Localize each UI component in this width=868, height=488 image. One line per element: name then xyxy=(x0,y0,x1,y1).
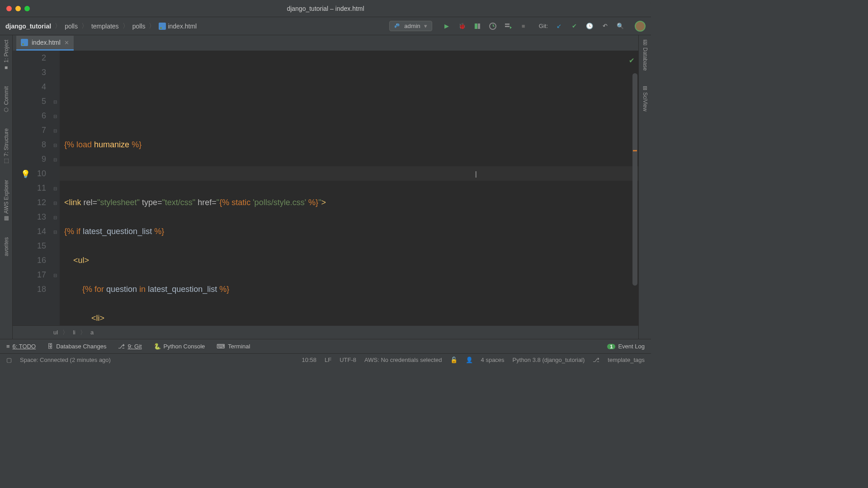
tool-event-log[interactable]: 1Event Log xyxy=(607,343,645,350)
element-breadcrumbs[interactable]: ul〉 li〉 a xyxy=(13,325,638,339)
branch-icon: ⎇ xyxy=(593,357,599,363)
search-icon[interactable]: 🔍 xyxy=(616,22,625,31)
debug-icon[interactable]: 🐞 xyxy=(458,22,467,31)
tool-terminal[interactable]: ⌨Terminal xyxy=(217,343,250,350)
svg-rect-4 xyxy=(505,23,509,25)
status-indent[interactable]: 4 spaces xyxy=(481,357,505,363)
tool-todo[interactable]: ≡6: TODO xyxy=(6,343,36,350)
profile-icon[interactable] xyxy=(488,22,497,31)
close-window-icon[interactable] xyxy=(6,6,12,11)
html-file-icon xyxy=(159,23,166,30)
chevron-down-icon: ▾ xyxy=(424,23,427,29)
status-python[interactable]: Python 3.8 (django_tutorial) xyxy=(513,357,585,363)
sidebar-tab-structure[interactable]: ⬚7: Structure xyxy=(2,127,10,166)
tool-db-changes[interactable]: 🗄Database Changes xyxy=(47,343,106,350)
svg-rect-6 xyxy=(21,39,28,46)
sidebar-tab-project[interactable]: ■1: Project xyxy=(2,38,10,73)
run-icon[interactable]: ▶ xyxy=(442,22,451,31)
breadcrumb-item[interactable]: polls xyxy=(65,23,78,30)
git-commit-icon[interactable]: ✔ xyxy=(570,22,579,31)
left-tool-gutter: ■1: Project ⬡Commit ⬚7: Structure ▦AWS E… xyxy=(0,35,13,339)
status-line-sep[interactable]: LF xyxy=(325,357,331,363)
code-editor[interactable]: 23456789101112131415161718 💡 ⊟ ⊟ ⊟ ⊟ ⊟ ⊟… xyxy=(13,51,638,325)
code-content[interactable]: ✔ I {% load humanize %} <link rel="style… xyxy=(60,51,638,325)
tab-label: index.html xyxy=(32,39,61,46)
window-title: django_tutorial – index.html xyxy=(287,5,364,12)
bottom-tool-bar: ≡6: TODO 🗄Database Changes ⎇9: Git 🐍Pyth… xyxy=(0,339,651,353)
breadcrumb-item[interactable]: index.html xyxy=(168,23,197,30)
editor-tabs: index.html ✕ xyxy=(13,35,638,51)
run-config-selector[interactable]: admin ▾ xyxy=(389,21,432,31)
status-bar: ▢ Space: Connected (2 minutes ago) 10:58… xyxy=(0,353,651,366)
sidebar-tab-commit[interactable]: ⬡Commit xyxy=(2,84,10,115)
breadcrumb-item[interactable]: polls xyxy=(132,23,146,30)
svg-rect-7 xyxy=(22,43,24,45)
sidebar-tab-database[interactable]: 🗄Database xyxy=(641,38,649,72)
maximize-window-icon[interactable] xyxy=(24,6,30,11)
svg-rect-5 xyxy=(505,26,509,27)
breadcrumb-item[interactable]: templates xyxy=(91,23,119,30)
avatar[interactable] xyxy=(635,21,646,32)
git-update-icon[interactable]: ↙ xyxy=(554,22,563,31)
status-encoding[interactable]: UTF-8 xyxy=(340,357,356,363)
sidebar-tab-sciview[interactable]: ⊞SciView xyxy=(641,84,649,113)
breadcrumb-item[interactable]: django_tutorial xyxy=(5,23,51,30)
status-aws[interactable]: AWS: No credentials selected xyxy=(364,357,442,363)
breadcrumbs: django_tutorial〉 polls〉 templates〉 polls… xyxy=(5,22,197,30)
svg-rect-0 xyxy=(159,23,166,30)
undo-icon[interactable]: ↶ xyxy=(600,22,609,31)
inspector-icon[interactable]: 👤 xyxy=(466,357,473,363)
window-controls[interactable] xyxy=(6,6,30,11)
inspection-ok-icon[interactable]: ✔ xyxy=(629,53,635,68)
status-tool-windows-icon[interactable]: ▢ xyxy=(6,357,12,363)
lock-icon[interactable]: 🔓 xyxy=(450,357,458,363)
navbar: django_tutorial〉 polls〉 templates〉 polls… xyxy=(0,17,651,35)
run-tests-icon[interactable] xyxy=(504,22,513,31)
status-time: 10:58 xyxy=(302,357,317,363)
git-history-icon[interactable]: 🕓 xyxy=(585,22,594,31)
intention-bulb-icon[interactable]: 💡 xyxy=(21,167,30,182)
git-label: Git: xyxy=(539,23,548,29)
line-gutter: 23456789101112131415161718 💡 xyxy=(13,51,52,325)
run-config-label: admin xyxy=(404,23,420,29)
right-tool-gutter: 🗄Database ⊞SciView xyxy=(638,35,651,339)
tool-python-console[interactable]: 🐍Python Console xyxy=(154,343,205,350)
tool-git[interactable]: ⎇9: Git xyxy=(118,343,142,350)
editor-tab[interactable]: index.html ✕ xyxy=(16,36,74,51)
fold-gutter[interactable]: ⊟ ⊟ ⊟ ⊟ ⊟ ⊟ ⊟ ⊟ ⊟ ⊟ xyxy=(52,51,60,325)
status-branch[interactable]: template_tags xyxy=(608,357,645,363)
close-tab-icon[interactable]: ✕ xyxy=(64,39,69,46)
python-icon xyxy=(394,23,401,29)
stop-icon[interactable]: ■ xyxy=(519,22,528,31)
html-file-icon xyxy=(21,39,28,46)
minimize-window-icon[interactable] xyxy=(15,6,21,11)
svg-rect-1 xyxy=(160,27,162,29)
coverage-icon[interactable] xyxy=(473,22,482,31)
status-space[interactable]: Space: Connected (2 minutes ago) xyxy=(20,357,111,363)
sidebar-tab-aws[interactable]: ▦AWS Explorer xyxy=(2,178,10,224)
svg-point-2 xyxy=(396,23,397,24)
titlebar: django_tutorial – index.html xyxy=(0,0,651,17)
sidebar-tab-favorites[interactable]: avorites xyxy=(2,235,10,258)
